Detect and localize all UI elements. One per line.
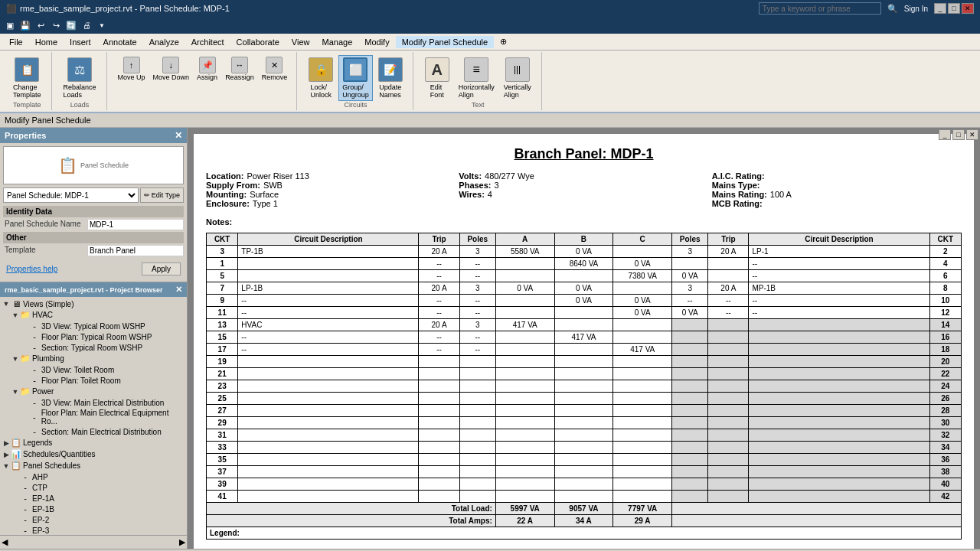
sync-button[interactable]: 🔄 <box>64 18 78 32</box>
tree-item-ep2[interactable]: - EP-2 <box>2 514 185 525</box>
sub-restore-button[interactable]: □ <box>952 129 965 140</box>
scroll-right-button[interactable]: ▶ <box>179 537 185 547</box>
table-row: 3 TP-1B 20 A 3 5580 VA 0 VA 3 20 A LP-1 … <box>207 246 962 258</box>
tree-item-panel-schedules[interactable]: ▼ 📋 Panel Schedules <box>2 460 185 471</box>
tree-item-3d-plumbing[interactable]: - 3D View: Toilet Room <box>2 364 185 375</box>
ckt-right: 6 <box>929 270 961 282</box>
sub-close-button[interactable]: ✕ <box>966 129 978 140</box>
ckt-right: 36 <box>929 454 961 466</box>
sub-minimize-button[interactable]: _ <box>939 129 951 140</box>
type-selector-dropdown[interactable]: Panel Schedule: MDP-1 <box>3 187 139 203</box>
schedules-expander[interactable]: ▶ <box>2 451 11 458</box>
tree-item-schedules[interactable]: ▶ 📊 Schedules/Quantities <box>2 448 185 460</box>
legends-expander[interactable]: ▶ <box>2 439 11 447</box>
trip-left: 20 A <box>419 246 459 258</box>
tree-item-ahp[interactable]: - AHP <box>2 471 185 482</box>
maximize-button[interactable]: □ <box>948 3 960 14</box>
vert-align-icon: ⫼ <box>505 57 530 82</box>
menu-architect[interactable]: Architect <box>185 36 230 48</box>
floor-hvac-label: Floor Plan: Typical Room WSHP <box>41 333 152 341</box>
properties-close-button[interactable]: ✕ <box>175 130 182 141</box>
update-names-button[interactable]: 📝 UpdateNames <box>374 55 407 101</box>
template-row: Template Branch Panel <box>3 245 184 256</box>
a-left <box>495 466 554 478</box>
tree-item-floor-plumbing[interactable]: - Floor Plan: Toilet Room <box>2 375 185 386</box>
save-button[interactable]: 💾 <box>18 18 32 32</box>
properties-help-link[interactable]: Properties help <box>3 263 60 275</box>
tree-item-3d-hvac[interactable]: - 3D View: Typical Room WSHP <box>2 321 185 331</box>
minimize-button[interactable]: _ <box>934 3 946 14</box>
power-expander[interactable]: ▼ <box>11 388 20 396</box>
close-button[interactable]: ✕ <box>962 3 974 14</box>
a-left <box>495 295 554 307</box>
menu-insert[interactable]: Insert <box>64 36 97 48</box>
horiz-align-button[interactable]: ≡ HorizontallyAlign <box>455 55 498 101</box>
tree-item-power[interactable]: ▼ 📁 Power <box>2 386 185 397</box>
sign-in[interactable]: Sign In <box>904 5 928 13</box>
tree-item-section-power[interactable]: - Section: Main Electrical Distribution <box>2 426 185 437</box>
redo-button[interactable]: ↪ <box>49 18 63 32</box>
tree-item-floor-power[interactable]: - Floor Plan: Main Electrical Equipment … <box>2 408 185 426</box>
content-area[interactable]: _ □ ✕ Branch Panel: MDP-1 Location: Powe… <box>188 128 980 549</box>
tree-item-3d-power[interactable]: - 3D View: Main Electrical Distribution <box>2 397 185 408</box>
menu-modify-panel[interactable]: Modify Panel Schedule <box>396 36 495 48</box>
menu-collaborate[interactable]: Collaborate <box>230 36 286 48</box>
template-group-label: Template <box>3 101 51 109</box>
menu-home[interactable]: Home <box>29 36 64 48</box>
search-input[interactable] <box>759 2 881 15</box>
menu-analyze[interactable]: Analyze <box>143 36 185 48</box>
ribbon-group-move: ↑ Move Up ↓ Move Down 📌 Assign ↔ Reassig… <box>109 52 298 110</box>
app-menu-icon[interactable]: ▣ <box>3 18 17 32</box>
tree-item-section-hvac[interactable]: - Section: Typical Room WSHP <box>2 342 185 353</box>
table-row: 5 -- -- 7380 VA 0 VA -- 6 <box>207 270 962 282</box>
tree-item-ep3[interactable]: - EP-3 <box>2 525 185 535</box>
qa-dropdown[interactable]: ▼ <box>95 18 109 32</box>
trip-left <box>419 417 459 429</box>
change-template-button[interactable]: 📋 ChangeTemplate <box>9 55 45 101</box>
browser-content[interactable]: ▼ 🖥 Views (Simple) ▼ 📁 HVAC - 3D View: T… <box>0 297 187 535</box>
move-down-button[interactable]: ↓ Move Down <box>150 55 193 83</box>
poles-right <box>672 466 708 478</box>
panel-schedules-expander[interactable]: ▼ <box>2 462 11 470</box>
remove-button[interactable]: ✕ Remove <box>259 55 291 83</box>
menu-extra[interactable]: ⊕ <box>494 35 513 48</box>
lock-unlock-button[interactable]: 🔒 Lock/Unlock <box>305 55 337 101</box>
enclosure-label: Enclosure: <box>206 199 250 208</box>
tree-item-floor-hvac[interactable]: - Floor Plan: Typical Room WSHP <box>2 331 185 342</box>
tree-item-plumbing[interactable]: ▼ 📁 Plumbing <box>2 353 185 364</box>
trip-right <box>708 380 749 393</box>
rebalance-loads-button[interactable]: ⚖ RebalanceLoads <box>60 55 100 101</box>
edit-font-button[interactable]: A EditFont <box>421 55 453 101</box>
tree-item-ep1b[interactable]: - EP-1B <box>2 504 185 514</box>
hvac-expander[interactable]: ▼ <box>11 311 20 319</box>
assign-button[interactable]: 📌 Assign <box>194 55 220 83</box>
scroll-left-button[interactable]: ◀ <box>2 537 8 547</box>
menu-file[interactable]: File <box>3 36 29 48</box>
undo-button[interactable]: ↩ <box>34 18 47 32</box>
tree-item-legends[interactable]: ▶ 📋 Legends <box>2 437 185 448</box>
menu-view[interactable]: View <box>286 36 316 48</box>
move-up-button[interactable]: ↑ Move Up <box>115 55 149 83</box>
tree-item-hvac[interactable]: ▼ 📁 HVAC <box>2 309 185 321</box>
menu-annotate[interactable]: Annotate <box>97 36 143 48</box>
menu-modify[interactable]: Modify <box>358 36 395 48</box>
vert-align-button[interactable]: ⫼ VerticallyAlign <box>500 55 535 101</box>
table-row: 9 -- -- -- 0 VA 0 VA -- -- -- 10 <box>207 295 962 307</box>
plumbing-expander[interactable]: ▼ <box>11 355 20 363</box>
edit-type-button[interactable]: ✏ Edit Type <box>140 187 184 203</box>
menu-manage[interactable]: Manage <box>316 36 359 48</box>
tree-item-views[interactable]: ▼ 🖥 Views (Simple) <box>2 298 185 309</box>
apply-button[interactable]: Apply <box>142 262 181 276</box>
tree-item-ctp[interactable]: - CTP <box>2 482 185 493</box>
tree-item-ep1a[interactable]: - EP-1A <box>2 493 185 504</box>
views-label: Views (Simple) <box>23 300 74 308</box>
print-button[interactable]: 🖨 <box>80 18 93 32</box>
reassign-button[interactable]: ↔ Reassign <box>222 55 257 83</box>
poles-right <box>672 442 708 454</box>
search-icon[interactable]: 🔍 <box>887 4 898 14</box>
desc-left: -- <box>238 344 419 356</box>
views-expander[interactable]: ▼ <box>2 300 11 308</box>
browser-close-button[interactable]: ✕ <box>175 285 182 295</box>
desc-left <box>238 454 419 466</box>
group-ungroup-button[interactable]: ⬜ Group/Ungroup <box>338 55 373 101</box>
